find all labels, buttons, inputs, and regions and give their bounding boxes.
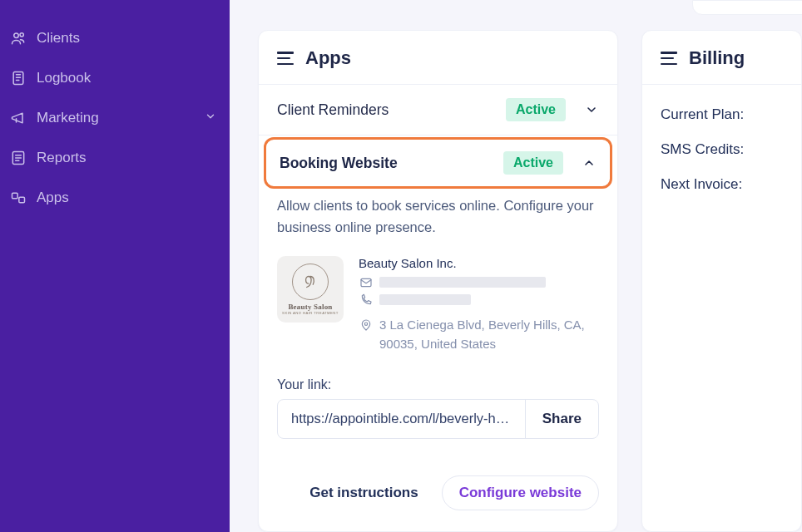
business-logo: Beauty Salon SKIN AND HAIR TREATMENT <box>277 256 344 323</box>
business-address: 3 La Cienega Blvd, Beverly Hills, CA, 90… <box>379 315 599 354</box>
business-block: Beauty Salon SKIN AND HAIR TREATMENT Bea… <box>277 256 599 357</box>
configure-website-button[interactable]: Configure website <box>442 475 599 510</box>
apps-card: Apps Client Reminders Active Booking Web… <box>258 30 618 532</box>
list-icon <box>277 52 294 65</box>
mail-icon <box>359 275 373 289</box>
marketing-icon <box>10 110 27 126</box>
booking-link-input[interactable]: https://appointible.com/l/beverly-hills <box>278 411 525 426</box>
apps-icon <box>10 190 27 206</box>
sidebar-item-label: Clients <box>37 30 80 47</box>
link-label: Your link: <box>277 377 599 392</box>
logo-subtext: SKIN AND HAIR TREATMENT <box>282 311 339 315</box>
svg-rect-5 <box>19 197 25 203</box>
sidebar-item-marketing[interactable]: Marketing <box>0 98 230 138</box>
main-area: Apps Client Reminders Active Booking Web… <box>230 0 802 532</box>
app-row-title: Booking Website <box>280 155 495 172</box>
sidebar-item-label: Apps <box>37 190 69 206</box>
redacted-phone <box>379 294 471 305</box>
sidebar-item-label: Reports <box>37 150 87 166</box>
reports-icon <box>10 150 27 166</box>
booking-website-panel: Allow clients to book services online. C… <box>259 192 617 457</box>
pin-icon <box>359 318 373 332</box>
svg-point-0 <box>14 33 19 37</box>
sidebar-item-reports[interactable]: Reports <box>0 138 230 178</box>
billing-card-title: Billing <box>689 47 745 69</box>
phone-icon <box>359 293 373 307</box>
redacted-email <box>379 277 546 288</box>
highlight-outline: Booking Website Active <box>264 137 612 189</box>
billing-card: Billing Current Plan: SMS Credits: Next … <box>641 30 802 532</box>
sidebar-item-label: Marketing <box>37 110 99 126</box>
get-instructions-button[interactable]: Get instructions <box>298 476 429 510</box>
billing-row-sms: SMS Credits: <box>661 141 783 158</box>
list-icon <box>661 52 677 65</box>
business-phone-row <box>359 293 599 307</box>
chevron-down-icon <box>205 110 216 126</box>
billing-row-invoice: Next Invoice: <box>661 176 783 193</box>
status-badge: Active <box>503 151 563 175</box>
apps-card-header: Apps <box>259 31 617 85</box>
business-info: Beauty Salon Inc. <box>359 256 599 357</box>
sidebar-item-logbook[interactable]: Logbook <box>0 58 230 98</box>
app-description: Allow clients to book services online. C… <box>277 195 599 238</box>
link-box: https://appointible.com/l/beverly-hills … <box>277 399 599 439</box>
sidebar-item-clients[interactable]: Clients <box>0 18 230 58</box>
svg-rect-4 <box>12 193 18 199</box>
logo-text: Beauty Salon <box>288 303 332 311</box>
share-button[interactable]: Share <box>525 400 598 438</box>
billing-row-plan: Current Plan: <box>661 106 783 123</box>
svg-point-1 <box>20 33 23 37</box>
chevron-up-icon <box>582 156 597 170</box>
status-badge: Active <box>506 98 566 121</box>
logo-illustration <box>292 264 329 300</box>
business-address-row: 3 La Cienega Blvd, Beverly Hills, CA, 90… <box>359 315 599 354</box>
svg-point-7 <box>364 323 367 325</box>
app-row-booking-website[interactable]: Booking Website Active <box>266 140 610 186</box>
apps-card-footer: Get instructions Configure website <box>259 457 617 532</box>
apps-card-title: Apps <box>305 47 351 69</box>
clients-icon <box>10 30 27 47</box>
sidebar-item-apps[interactable]: Apps <box>0 178 230 218</box>
app-row-client-reminders[interactable]: Client Reminders Active <box>259 85 617 135</box>
business-name: Beauty Salon Inc. <box>359 256 599 270</box>
billing-body: Current Plan: SMS Credits: Next Invoice: <box>642 85 801 226</box>
business-email-row <box>359 275 599 289</box>
chevron-down-icon <box>584 103 599 116</box>
billing-card-header: Billing <box>642 31 801 85</box>
sidebar: Clients Logbook Marketing Reports Apps <box>0 0 230 532</box>
app-row-title: Client Reminders <box>277 101 498 119</box>
sidebar-item-label: Logbook <box>37 70 91 86</box>
svg-rect-2 <box>13 72 23 85</box>
logbook-icon <box>10 70 27 86</box>
